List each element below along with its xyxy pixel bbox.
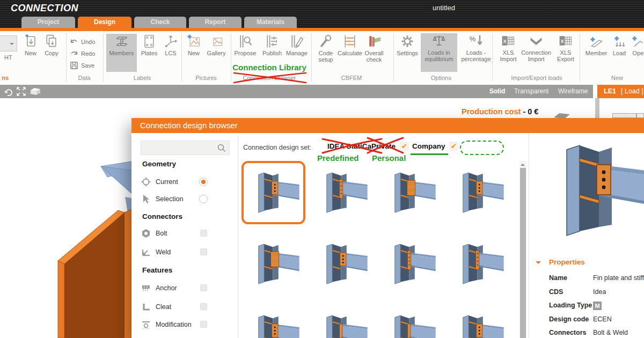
filter-option-current[interactable]: Current (141, 177, 227, 188)
xls-export-button[interactable]: X XLS Export (554, 33, 577, 72)
group-label-new: New (601, 75, 633, 81)
bolt-icon (141, 229, 151, 238)
loads-in-equilibrium-button[interactable]: Loads in equilibrium (421, 33, 457, 72)
settings-button[interactable]: Settings (395, 34, 420, 72)
filter-option-weld[interactable]: Weld (141, 247, 227, 258)
new-picture-button[interactable]: New (184, 34, 204, 72)
svg-text:X: X (503, 39, 507, 44)
load-case-type: [ Load ] (621, 87, 643, 95)
tab-design[interactable]: Design (78, 17, 131, 28)
cds-option-private[interactable]: Private (371, 142, 396, 150)
tab-project[interactable]: Project (21, 17, 75, 28)
new-member-button[interactable]: Member (583, 34, 610, 72)
height-combo[interactable] (0, 35, 17, 52)
new-picture-icon (186, 34, 201, 49)
filter-option-selection[interactable]: Selection (141, 194, 227, 205)
connection-thumbnail-fin[interactable] (310, 232, 374, 296)
collapse-triangle-icon[interactable] (536, 261, 541, 267)
connection-thumbnail-fin[interactable] (446, 304, 510, 338)
property-row-cds: CDS Idea (549, 288, 643, 298)
connection-thumbnail-haunch[interactable] (310, 304, 374, 338)
load-case-selector[interactable]: LE1 [ Load ] (597, 85, 644, 98)
scrollbar-thumb[interactable] (520, 168, 526, 338)
property-row-loading-type: Loading Type M (549, 302, 643, 311)
lcs-button[interactable]: LCS (160, 34, 181, 72)
connection-thumbnail-fin[interactable] (241, 304, 305, 338)
connection-grid (241, 161, 516, 338)
connection-thumbnail-fin[interactable] (446, 161, 510, 224)
solid-box-icon[interactable] (30, 87, 41, 96)
redo-button[interactable]: Redo (70, 49, 95, 58)
checkbox-bolt[interactable] (200, 230, 207, 237)
connection-thumbnail-end[interactable] (310, 161, 374, 224)
filter-heading-features: Features (142, 266, 172, 274)
zoom-extents-icon[interactable] (16, 86, 26, 97)
percent-arrow-icon: % (469, 33, 484, 48)
members-ibeam-icon (114, 34, 129, 49)
connection-thumbnail-plate[interactable] (378, 161, 442, 224)
balance-scales-icon (431, 33, 447, 48)
save-button[interactable]: Save (70, 61, 94, 70)
property-row-connectors: Connectors Bolt & Weld (549, 329, 643, 338)
new-operation-icon (631, 34, 644, 49)
code-setup-button[interactable]: Code setup (314, 34, 337, 72)
rotate-view-icon[interactable] (4, 87, 13, 97)
radio-current[interactable] (199, 178, 208, 186)
tab-report[interactable]: Report (189, 17, 241, 28)
ht-button[interactable]: HT (4, 54, 12, 61)
crosshair-icon (141, 177, 151, 187)
propose-icon (238, 34, 253, 49)
dialog-title: Connection design browser (140, 121, 238, 130)
new-item-button[interactable]: New (20, 34, 41, 72)
green-underline-annotation (411, 153, 448, 155)
modification-icon (141, 320, 151, 329)
connection-thumbnail-plate[interactable] (241, 232, 305, 296)
radio-selection[interactable] (199, 195, 208, 203)
connection-import-button[interactable]: Connection Import (519, 33, 553, 72)
xls-import-button[interactable]: X XLS Import (496, 33, 520, 72)
search-icon (217, 144, 226, 152)
filter-option-bolt[interactable]: Bolt (141, 229, 227, 239)
save-icon (70, 61, 78, 70)
cds-check-private[interactable]: ✔ (400, 142, 409, 151)
ribbon: HT New Copy ns Undo Redo (0, 31, 644, 85)
new-operation-button[interactable]: Ope (629, 34, 644, 72)
scroll-up-icon[interactable] (521, 161, 525, 166)
new-load-button[interactable]: Load (610, 34, 629, 72)
cds-option-company[interactable]: Company (412, 142, 445, 150)
filter-option-modification[interactable]: Modification (141, 320, 227, 330)
copy-button[interactable]: Copy (41, 34, 62, 72)
members-button[interactable]: Members (106, 34, 137, 72)
tab-check[interactable]: Check (134, 17, 186, 28)
view-mode-solid[interactable]: Solid (489, 87, 505, 95)
search-input[interactable] (143, 142, 213, 153)
connection-thumbnail-end[interactable] (378, 232, 442, 296)
wrench-icon (318, 34, 333, 49)
checkbox-anchor[interactable] (200, 284, 207, 291)
filter-option-cleat[interactable]: Cleat (141, 302, 227, 313)
tab-materials[interactable]: Materials (244, 17, 297, 28)
checkbox-weld[interactable] (200, 248, 207, 255)
plates-button[interactable]: Plates (138, 34, 160, 72)
loads-percentage-button[interactable]: % Loads - percentage (459, 33, 493, 72)
group-label-cbfem: CBFEM (330, 75, 373, 81)
group-label-pictures: Pictures (185, 75, 228, 81)
mini-table-cell (612, 113, 636, 118)
gallery-button[interactable]: Gallery (204, 34, 229, 72)
cds-option-idea-statica[interactable]: IDEA StatiCa (327, 142, 371, 150)
connection-thumbnail-fin[interactable] (241, 161, 305, 224)
view-mode-wireframe[interactable]: Wireframe (558, 87, 588, 95)
grid-scrollbar[interactable] (519, 161, 526, 338)
overall-check-button[interactable]: Overall check (361, 34, 387, 72)
cds-check-company[interactable]: ✔ (449, 142, 458, 151)
view-mode-transparent[interactable]: Transparent (514, 87, 548, 95)
dialog-title-bar[interactable]: Connection design browser (131, 118, 644, 133)
checkbox-cleat[interactable] (200, 303, 207, 310)
calculate-button[interactable]: Calculate (336, 34, 364, 72)
checkbox-modification[interactable] (200, 321, 207, 328)
connection-thumbnail-haunch[interactable] (378, 304, 442, 338)
filter-option-anchor[interactable]: Anchor (141, 283, 227, 294)
connection-thumbnail-end[interactable] (446, 232, 510, 296)
right-panel-scrollbar[interactable] (595, 98, 599, 119)
undo-button[interactable]: Undo (70, 38, 95, 46)
